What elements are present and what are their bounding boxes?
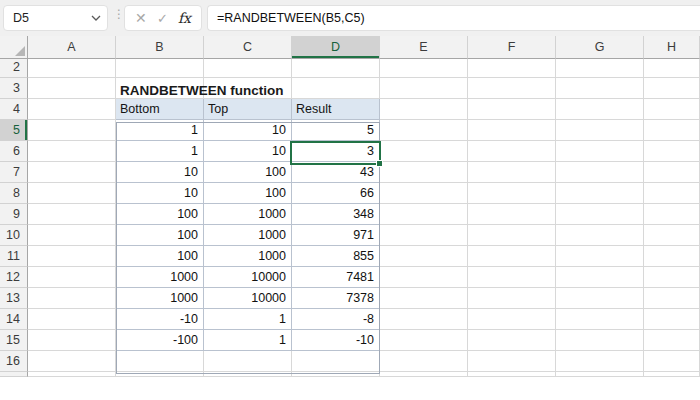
row-header-14[interactable]: 14 xyxy=(0,309,28,330)
cell-A2[interactable] xyxy=(28,57,116,78)
row-header-16[interactable]: 16 xyxy=(0,351,28,372)
select-all-corner[interactable] xyxy=(0,36,28,59)
row-header-7[interactable]: 7 xyxy=(0,162,28,183)
enter-icon[interactable]: ✓ xyxy=(157,11,168,26)
column-header-A[interactable]: A xyxy=(28,36,116,59)
cell-B13[interactable]: 1000 xyxy=(116,288,204,309)
row-header-3[interactable]: 3 xyxy=(0,78,28,99)
cell-B14[interactable]: -10 xyxy=(116,309,204,330)
cell-E16[interactable] xyxy=(380,351,468,372)
cell-C16[interactable] xyxy=(204,351,292,372)
cell-G5[interactable] xyxy=(556,120,644,141)
cell-H9[interactable] xyxy=(644,204,700,225)
cell-E14[interactable] xyxy=(380,309,468,330)
cell-G10[interactable] xyxy=(556,225,644,246)
row-header-9[interactable]: 9 xyxy=(0,204,28,225)
cell-F17[interactable] xyxy=(468,372,556,377)
row-header-8[interactable]: 8 xyxy=(0,183,28,204)
cell-C11[interactable]: 1000 xyxy=(204,246,292,267)
cell-D6[interactable]: 3 xyxy=(292,141,380,162)
cell-C2[interactable] xyxy=(204,57,292,78)
cell-D7[interactable]: 43 xyxy=(292,162,380,183)
cell-D5[interactable]: 5 xyxy=(292,120,380,141)
cell-G2[interactable] xyxy=(556,57,644,78)
column-header-D[interactable]: D xyxy=(292,36,380,59)
cell-C4[interactable]: Top xyxy=(204,99,292,120)
cell-H11[interactable] xyxy=(644,246,700,267)
cell-A6[interactable] xyxy=(28,141,116,162)
row-header-6[interactable]: 6 xyxy=(0,141,28,162)
column-header-C[interactable]: C xyxy=(204,36,292,59)
cell-F3[interactable] xyxy=(468,78,556,99)
name-box[interactable]: D5 xyxy=(3,5,108,31)
row-header-2[interactable]: 2 xyxy=(0,57,28,78)
cell-C14[interactable]: 1 xyxy=(204,309,292,330)
row-header-17[interactable] xyxy=(0,372,28,377)
cell-H2[interactable] xyxy=(644,57,700,78)
cell-G3[interactable] xyxy=(556,78,644,99)
cell-E11[interactable] xyxy=(380,246,468,267)
cell-A10[interactable] xyxy=(28,225,116,246)
cell-F4[interactable] xyxy=(468,99,556,120)
cell-G11[interactable] xyxy=(556,246,644,267)
cell-H13[interactable] xyxy=(644,288,700,309)
cell-G6[interactable] xyxy=(556,141,644,162)
cell-F10[interactable] xyxy=(468,225,556,246)
cell-C17[interactable] xyxy=(204,372,292,377)
cell-E5[interactable] xyxy=(380,120,468,141)
cell-H12[interactable] xyxy=(644,267,700,288)
cell-B8[interactable]: 10 xyxy=(116,183,204,204)
cell-C5[interactable]: 10 xyxy=(204,120,292,141)
cell-H8[interactable] xyxy=(644,183,700,204)
chevron-down-icon[interactable] xyxy=(91,15,101,21)
cell-D12[interactable]: 7481 xyxy=(292,267,380,288)
cell-F7[interactable] xyxy=(468,162,556,183)
cell-H7[interactable] xyxy=(644,162,700,183)
cell-D2[interactable] xyxy=(292,57,380,78)
cell-F6[interactable] xyxy=(468,141,556,162)
cell-H10[interactable] xyxy=(644,225,700,246)
cell-B17[interactable] xyxy=(116,372,204,377)
cell-G9[interactable] xyxy=(556,204,644,225)
cell-C15[interactable]: 1 xyxy=(204,330,292,351)
cell-F16[interactable] xyxy=(468,351,556,372)
cell-B16[interactable] xyxy=(116,351,204,372)
column-header-F[interactable]: F xyxy=(468,36,556,59)
cell-A4[interactable] xyxy=(28,99,116,120)
cell-E12[interactable] xyxy=(380,267,468,288)
cell-F2[interactable] xyxy=(468,57,556,78)
column-header-H[interactable]: H xyxy=(644,36,700,59)
cell-H4[interactable] xyxy=(644,99,700,120)
cell-F5[interactable] xyxy=(468,120,556,141)
cell-D16[interactable] xyxy=(292,351,380,372)
cell-F8[interactable] xyxy=(468,183,556,204)
cell-E17[interactable] xyxy=(380,372,468,377)
cell-G16[interactable] xyxy=(556,351,644,372)
cell-D4[interactable]: Result xyxy=(292,99,380,120)
cell-H14[interactable] xyxy=(644,309,700,330)
cell-E9[interactable] xyxy=(380,204,468,225)
row-header-5[interactable]: 5 xyxy=(0,120,28,141)
row-header-10[interactable]: 10 xyxy=(0,225,28,246)
cell-A8[interactable] xyxy=(28,183,116,204)
cell-B7[interactable]: 10 xyxy=(116,162,204,183)
cell-A16[interactable] xyxy=(28,351,116,372)
cell-A15[interactable] xyxy=(28,330,116,351)
cell-G12[interactable] xyxy=(556,267,644,288)
cell-H5[interactable] xyxy=(644,120,700,141)
cell-B2[interactable] xyxy=(116,57,204,78)
cell-F14[interactable] xyxy=(468,309,556,330)
cell-A5[interactable] xyxy=(28,120,116,141)
cell-A14[interactable] xyxy=(28,309,116,330)
cell-H16[interactable] xyxy=(644,351,700,372)
cancel-icon[interactable]: ✕ xyxy=(135,10,147,26)
cell-G17[interactable] xyxy=(556,372,644,377)
cell-E10[interactable] xyxy=(380,225,468,246)
cell-C9[interactable]: 1000 xyxy=(204,204,292,225)
cell-G13[interactable] xyxy=(556,288,644,309)
cell-F15[interactable] xyxy=(468,330,556,351)
cell-D13[interactable]: 7378 xyxy=(292,288,380,309)
cell-F12[interactable] xyxy=(468,267,556,288)
cell-A9[interactable] xyxy=(28,204,116,225)
cell-B11[interactable]: 100 xyxy=(116,246,204,267)
